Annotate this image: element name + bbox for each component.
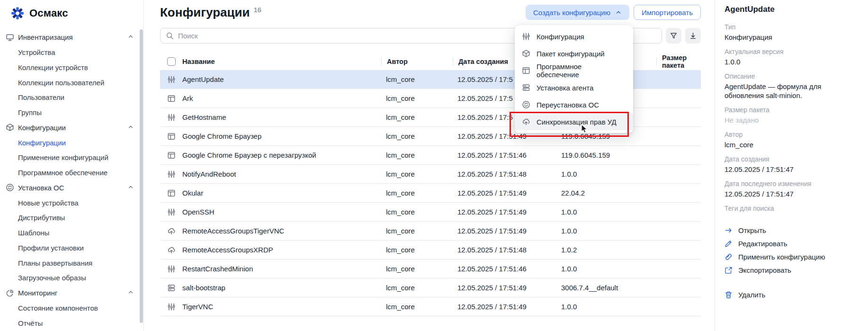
delete-action[interactable]: Удалить [725, 288, 857, 301]
select-all-checkbox[interactable] [167, 57, 176, 66]
field-label: Тип [725, 23, 857, 32]
config-author: lcm_core [381, 246, 453, 254]
menu-item[interactable]: Пакет конфигураций [515, 45, 633, 62]
export-table-button[interactable] [685, 28, 701, 44]
menu-item[interactable]: Переустановка ОС [515, 96, 633, 113]
sidebar-item[interactable]: Программное обеспечение [0, 165, 143, 180]
sidebar-scrollbar[interactable] [140, 29, 143, 323]
sidebar-group-os-install[interactable]: Установка ОС [0, 180, 143, 196]
menu-item-label: Пакет конфигураций [537, 50, 605, 58]
sidebar-item[interactable]: Применение конфигураций [0, 150, 143, 165]
sidebar-item[interactable]: Профили установки [0, 241, 143, 256]
table-row[interactable]: RemoteAccessGroupsXRDP lcm_core 12.05.20… [160, 241, 701, 259]
chevron-up-icon[interactable] [127, 184, 134, 192]
detail-field: Тип Конфигурация [725, 23, 857, 42]
menu-item[interactable]: Программное обеспечение [515, 62, 633, 79]
import-button[interactable]: Импортировать [634, 5, 701, 20]
panel-action[interactable]: Применить конфигурацию [725, 250, 857, 263]
sidebar-group-configurations[interactable]: Конфигурации [0, 120, 143, 135]
config-author: lcm_core [381, 303, 453, 311]
field-label: Размер пакета [725, 106, 857, 115]
sidebar-item[interactable]: Отчёты [0, 315, 143, 331]
pencil-icon [725, 240, 733, 248]
sidebar-item-label: Программное обеспечение [18, 169, 107, 177]
sidebar-item[interactable]: Планы развертывания [0, 255, 143, 270]
table-row[interactable]: Okular lcm_core 12.05.2025 / 17:51:49 22… [160, 184, 701, 203]
field-label: Автор [725, 130, 857, 139]
chevron-up-icon [615, 9, 622, 16]
software-icon [167, 151, 176, 160]
table-row[interactable]: OpenSSH lcm_core 12.05.2025 / 17:51:49 1… [160, 203, 701, 222]
os-circle-icon [6, 183, 15, 192]
chevron-up-icon[interactable] [127, 289, 134, 297]
sidebar-item[interactable]: Конфигурации [0, 135, 143, 150]
cloud-sync-icon [167, 227, 176, 235]
page-title: Конфигурации [160, 5, 250, 20]
sidebar-group-items: Состояние компонентовОтчёты [0, 301, 143, 331]
field-label: Дата создания [725, 155, 857, 164]
menu-item-label: Конфигурация [537, 33, 584, 41]
chevron-up-icon[interactable] [127, 33, 134, 41]
config-created: 12.05.2025 / 17:51:49 [453, 227, 556, 235]
config-author: lcm_core [381, 208, 453, 216]
menu-item[interactable]: Конфигурация [515, 28, 633, 45]
config-name: Google Chrome Браузер [182, 132, 261, 140]
config-version: 1.0.0 [556, 265, 656, 273]
sidebar-item[interactable]: Загрузочные образы [0, 270, 143, 286]
config-version: 1.0.2 [556, 246, 656, 254]
table-row[interactable]: RemoteAccessGroupsTigerVNC lcm_core 12.0… [160, 222, 701, 241]
sidebar-item[interactable]: Коллекции пользователей [0, 75, 143, 90]
detail-field: Теги для поиска [725, 204, 857, 213]
detail-field: Автор lcm_core [725, 130, 857, 149]
field-value: Конфигурация [725, 33, 857, 42]
sidebar-group-label: Инвентаризация [18, 33, 73, 41]
table-row[interactable]: RestartCrashedMinion lcm_core 12.05.2025… [160, 259, 701, 278]
table-row[interactable]: NotifyAndReboot lcm_core 12.05.2025 / 17… [160, 165, 701, 184]
config-created: 12.05.2025 / 17:51:49 [453, 303, 556, 311]
config-name: AgentUpdate [182, 75, 224, 83]
config-name: salt-bootstrap [182, 284, 225, 292]
menu-item-label: Переустановка ОС [537, 101, 599, 109]
menu-item[interactable]: Установка агента [515, 79, 633, 96]
config-author: lcm_core [381, 94, 453, 102]
sidebar-group-monitoring[interactable]: Мониторинг [0, 286, 143, 301]
panel-action[interactable]: Редактировать [725, 237, 857, 250]
config-author: lcm_core [381, 265, 453, 273]
config-name: Google Chrome Браузер с перезагрузкой [182, 151, 316, 159]
cloud-sync-icon [522, 117, 530, 126]
menu-item[interactable]: Синхронизация прав УД [515, 113, 633, 130]
download-icon [689, 32, 697, 40]
table-row[interactable]: Google Chrome Браузер с перезагрузкой lc… [160, 146, 701, 165]
sidebar-item[interactable]: Коллекции устройств [0, 60, 143, 75]
sidebar-item[interactable]: Новые устройства [0, 195, 143, 210]
config-name: NotifyAndReboot [182, 170, 236, 178]
software-icon [167, 132, 176, 141]
sidebar-item[interactable]: Состояние компонентов [0, 301, 143, 316]
sidebar-group-inventory[interactable]: Инвентаризация [0, 30, 143, 45]
config-version: 119.0.6045.159 [556, 132, 656, 140]
sidebar-item[interactable]: Группы [0, 105, 143, 120]
sidebar: Осмакс Инвентаризация УстройстваКоллекци… [0, 0, 144, 331]
chevron-up-icon[interactable] [127, 124, 134, 132]
config-author: lcm_core [381, 75, 453, 83]
panel-action[interactable]: Экспортировать [725, 263, 857, 277]
panel-action-label: Экспортировать [738, 266, 791, 274]
sidebar-item[interactable]: Дистрибутивы [0, 210, 143, 225]
sidebar-item[interactable]: Пользователи [0, 90, 143, 105]
table-row[interactable]: TigerVNC lcm_core 12.05.2025 / 17:51:49 … [160, 297, 701, 316]
table-row[interactable]: salt-bootstrap lcm_core 12.05.2025 / 17:… [160, 278, 701, 297]
cloud-sync-icon [167, 246, 176, 254]
filter-button[interactable] [666, 28, 681, 44]
field-label: Дата последнего изменения [725, 179, 857, 188]
sidebar-item-label: Шаблоны [18, 229, 49, 237]
field-value: Не задано [725, 116, 857, 125]
sidebar-item[interactable]: Шаблоны [0, 225, 143, 241]
software-icon [167, 189, 176, 197]
sidebar-item[interactable]: Устройства [0, 45, 143, 60]
field-value: 12.05.2025 / 17:51:47 [725, 189, 857, 198]
create-configuration-button[interactable]: Создать конфигурацию [526, 5, 629, 20]
config-created: 12.05.2025 / 17:51:49 [453, 284, 556, 292]
panel-action[interactable]: Открыть [725, 224, 857, 237]
sidebar-group-items: КонфигурацииПрименение конфигурацийПрогр… [0, 135, 143, 180]
cursor-pointer-icon [579, 124, 590, 134]
